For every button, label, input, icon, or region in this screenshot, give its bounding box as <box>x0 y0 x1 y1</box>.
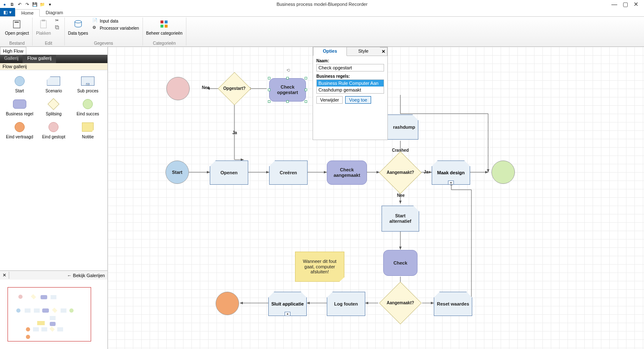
node-check[interactable]: Check <box>383 250 417 276</box>
gallery-sub-label: Flow gallerij <box>0 63 107 70</box>
node-check-aangemaakt[interactable]: Check aangemaakt <box>327 160 367 185</box>
svg-point-19 <box>69 308 74 313</box>
svg-point-4 <box>75 20 81 23</box>
node-sluit-applicatie[interactable]: Sluit applicatie + <box>268 292 307 316</box>
node-creeren[interactable]: Creëren <box>269 160 308 185</box>
voeg-toe-button[interactable]: Voeg toe <box>345 96 371 104</box>
palette-scenario[interactable]: Scenario <box>38 74 70 95</box>
node-eind-gestopt[interactable] <box>166 77 190 100</box>
palette-start[interactable]: Start <box>3 74 36 95</box>
palette-splitsing[interactable]: Splitsing <box>38 97 70 118</box>
svg-rect-2 <box>41 20 46 28</box>
redo-icon[interactable]: ↷ <box>24 1 30 7</box>
edge-label-nee: Nee <box>202 85 209 90</box>
close-button[interactable]: ✕ <box>633 1 639 7</box>
panel-br-list[interactable]: Business Rule Computer Aan Crashdump gem… <box>316 79 384 94</box>
rotate-handle-icon[interactable]: ⟲ <box>286 68 290 73</box>
svg-rect-21 <box>50 322 56 326</box>
data-types-icon <box>72 18 84 30</box>
svg-point-28 <box>26 335 30 339</box>
open-project-button[interactable]: Open project <box>4 18 30 36</box>
gallery-close-button[interactable]: ✕ <box>0 272 9 279</box>
app-logo-icon: ● <box>2 1 8 7</box>
gallery-footer: ✕ ← Bekijk Galerijen <box>0 270 107 280</box>
group-label-bestand: Bestand <box>4 40 30 46</box>
svg-rect-11 <box>41 295 47 299</box>
group-label-edit: Edit <box>35 40 62 46</box>
paste-icon <box>38 18 49 30</box>
verwijder-button[interactable]: Verwijder <box>316 96 343 104</box>
svg-rect-7 <box>160 25 163 28</box>
svg-rect-8 <box>165 25 168 28</box>
beheer-categorieen-button[interactable]: Beheer categorieën <box>145 18 183 36</box>
processor-vars-button[interactable]: ⚙Processor variabelen <box>92 25 140 31</box>
svg-rect-15 <box>34 308 40 313</box>
palette-eind-succes[interactable]: Eind succes <box>71 97 104 118</box>
open-project-label: Open project <box>5 31 29 36</box>
node-openen[interactable]: Openen <box>210 160 248 185</box>
panel-tab-style[interactable]: Style <box>347 47 380 56</box>
properties-panel: Opties Style ✕ Naam: Business regels: Bu… <box>313 47 388 140</box>
palette-eind-gestopt[interactable]: Eind gestopt <box>38 120 70 141</box>
node-aangemaakt2-q[interactable]: Aangemaakt? <box>379 282 422 324</box>
palette-subproces[interactable]: + Sub proces <box>71 74 104 95</box>
svg-rect-6 <box>165 20 168 23</box>
node-start-alternatief[interactable]: Start alternatief <box>382 206 419 232</box>
node-log-fouten[interactable]: Log fouten <box>327 292 365 316</box>
palette-eind-vertraagd[interactable]: Eind vertraagd <box>3 120 36 141</box>
undo-icon[interactable]: ↶ <box>17 1 23 7</box>
input-data-icon: 📄 <box>92 18 98 24</box>
node-maak-design[interactable]: Maak design + <box>432 160 470 185</box>
file-tab[interactable]: ◧▾ <box>0 8 15 16</box>
node-eind-succes[interactable] <box>491 160 515 184</box>
edge-label-ja: Ja <box>232 130 237 135</box>
maximize-button[interactable]: ▢ <box>622 1 628 7</box>
palette-notitie[interactable]: Notitie <box>71 120 104 141</box>
copy-icon: ⿻ <box>55 25 61 31</box>
list-item[interactable]: Crashdump gemaakt <box>317 87 384 93</box>
node-eind-vertraagd[interactable] <box>216 292 239 315</box>
node-check-opgestart[interactable]: Check opgestart <box>269 78 306 102</box>
svg-rect-18 <box>61 308 66 313</box>
expand-icon-sluit[interactable]: + <box>285 312 290 316</box>
high-flow-tab[interactable]: High Flow <box>0 47 26 55</box>
processor-vars-icon: ⚙ <box>92 25 98 31</box>
node-note[interactable]: Wanneer dit fout gaat, computer afsluite… <box>295 252 344 282</box>
svg-rect-0 <box>13 20 20 28</box>
node-aangemaakt-q[interactable]: Aangemaakt? <box>379 151 422 194</box>
svg-rect-3 <box>42 20 45 21</box>
cut-button[interactable]: ✂ <box>54 18 62 24</box>
tab-diagram[interactable]: Diagram <box>40 9 69 16</box>
tab-flow-gallerij[interactable]: Flow gallerij <box>23 55 56 63</box>
open-folder-icon[interactable]: 📁 <box>39 1 45 7</box>
qat-dropdown-icon[interactable]: ▾ <box>47 1 53 7</box>
window-title: Business process model-Bluepond Recorder <box>277 2 368 7</box>
panel-tab-opties[interactable]: Opties <box>313 47 347 56</box>
node-start[interactable]: Start <box>165 160 189 184</box>
ribbon-tab-row: ◧▾ Home Diagram <box>0 8 644 17</box>
canvas[interactable]: Opgestart? Nee Check opgestart ⟲ Ja rash… <box>108 47 644 349</box>
panel-close-button[interactable]: ✕ <box>380 47 387 56</box>
palette-business-regel[interactable]: Business regel <box>3 97 36 118</box>
gallery-back-button[interactable]: ← Bekijk Galerijen <box>65 272 107 279</box>
node-reset-waardes[interactable]: Reset waardes <box>434 292 472 316</box>
svg-rect-26 <box>57 327 63 331</box>
node-opgestart-q[interactable]: Opgestart? <box>218 72 251 105</box>
save-icon[interactable]: 💾 <box>32 1 38 7</box>
input-data-button[interactable]: 📄Input data <box>92 18 140 24</box>
list-item[interactable]: Business Rule Computer Aan <box>317 80 384 87</box>
svg-rect-10 <box>31 294 36 300</box>
overview-thumbnail[interactable] <box>8 287 91 341</box>
minimize-button[interactable]: — <box>611 1 617 7</box>
left-panel: High Flow Gallerij Flow gallerij Flow ga… <box>0 47 108 349</box>
paste-button[interactable]: Plakken <box>35 18 52 36</box>
expand-icon[interactable]: + <box>448 181 454 185</box>
tab-home[interactable]: Home <box>15 9 40 17</box>
copy-button[interactable]: ⿻ <box>54 25 62 31</box>
data-types-button[interactable]: Data types <box>67 18 89 36</box>
main: High Flow Gallerij Flow gallerij Flow ga… <box>0 47 644 349</box>
panel-naam-input[interactable] <box>316 64 384 71</box>
svg-rect-17 <box>52 308 57 313</box>
new-icon[interactable]: 🗎 <box>9 1 15 7</box>
tab-gallerij[interactable]: Gallerij <box>0 55 23 63</box>
